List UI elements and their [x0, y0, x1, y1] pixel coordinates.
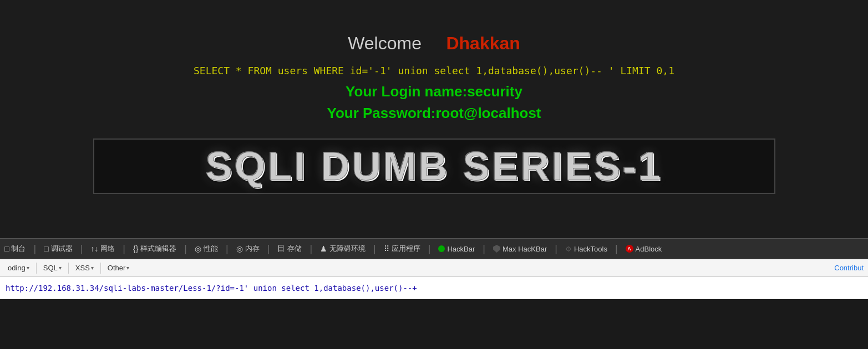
- hackbar-divider-3: [100, 263, 101, 274]
- other-button[interactable]: Other ▾: [104, 263, 133, 273]
- toolbar-max-hackbar[interactable]: Max HacKBar: [493, 245, 547, 253]
- toolbar-console[interactable]: □ 制台: [4, 244, 26, 254]
- wrench-icon: ⚙: [565, 245, 572, 253]
- toolbar-memory[interactable]: ◎ 内存: [236, 244, 260, 254]
- coding-chevron-icon: ▾: [27, 265, 29, 271]
- xss-chevron-icon: ▾: [91, 265, 94, 271]
- storage-icon: 目: [277, 244, 285, 254]
- devtools-toolbar: □ 制台 | □ 调试器 | ↑↓ 网络 | {} 样式编辑器 | ◎ 性能 |…: [0, 238, 868, 259]
- welcome-label: Welcome: [348, 33, 422, 53]
- toolbar-applications[interactable]: ⠿ 应用程序: [384, 244, 420, 254]
- coding-button[interactable]: oding ▾: [4, 263, 33, 273]
- url-display: http://192.168.31.34/sqli-labs-master/Le…: [6, 284, 417, 292]
- sql-query: SELECT * FROM users WHERE id='-1' union …: [11, 65, 857, 76]
- shield-icon: [493, 245, 500, 253]
- welcome-line: Welcome Dhakkan: [11, 33, 857, 54]
- toolbar-network[interactable]: ↑↓ 网络: [90, 244, 115, 254]
- xss-button[interactable]: XSS ▾: [72, 263, 97, 273]
- applications-icon: ⠿: [384, 244, 389, 253]
- toolbar-storage[interactable]: 目 存储: [277, 244, 302, 254]
- memory-icon: ◎: [236, 244, 243, 253]
- network-icon: ↑↓: [90, 244, 98, 253]
- hackbar-dot-icon: [438, 245, 445, 252]
- banner-inner: SQLI DUMB SERIES-1: [93, 138, 775, 194]
- console-icon: □: [4, 244, 9, 253]
- toolbar-hacktools[interactable]: ⚙ HackTools: [565, 245, 607, 253]
- sql-button[interactable]: SQL ▾: [40, 263, 65, 273]
- toolbar-style-editor[interactable]: {} 样式编辑器: [133, 244, 176, 254]
- login-name: Your Login name:security: [11, 83, 857, 100]
- toolbar-accessibility[interactable]: ♟ 无障碍环境: [320, 244, 366, 254]
- accessibility-icon: ♟: [320, 244, 327, 253]
- main-content: Welcome Dhakkan SELECT * FROM users WHER…: [0, 0, 868, 238]
- password-text: Your Password:root@localhost: [11, 105, 857, 122]
- toolbar-performance[interactable]: ◎ 性能: [195, 244, 218, 254]
- toolbar-debugger[interactable]: □ 调试器: [44, 244, 72, 254]
- toolbar-adblock[interactable]: A AdBlock: [626, 245, 662, 253]
- url-bar-area: http://192.168.31.34/sqli-labs-master/Le…: [0, 277, 868, 299]
- style-icon: {}: [133, 244, 138, 253]
- hackbar-row: oding ▾ SQL ▾ XSS ▾ Other ▾ Contribut: [0, 259, 868, 277]
- banner: SQLI DUMB SERIES-1: [11, 138, 857, 194]
- sql-chevron-icon: ▾: [59, 265, 62, 271]
- hackbar-divider-1: [36, 263, 37, 274]
- performance-icon: ◎: [195, 244, 201, 253]
- dhakkan-label: Dhakkan: [446, 33, 520, 53]
- other-chevron-icon: ▾: [126, 265, 129, 271]
- debugger-icon: □: [44, 244, 48, 253]
- adblock-icon: A: [626, 245, 633, 253]
- contribute-link[interactable]: Contribut: [834, 264, 864, 272]
- hackbar-divider-2: [68, 263, 69, 274]
- toolbar-hackbar[interactable]: HackBar: [438, 245, 475, 253]
- banner-title: SQLI DUMB SERIES-1: [205, 143, 662, 189]
